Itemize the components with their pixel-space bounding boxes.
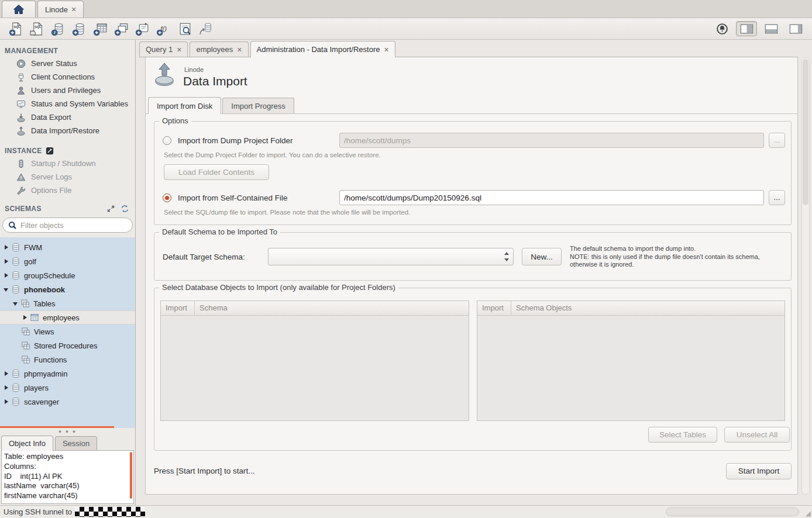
tab-import-from-disk[interactable]: Import from Disk bbox=[148, 97, 221, 114]
sidebar-item-server-logs[interactable]: Server Logs bbox=[0, 170, 135, 184]
search-table-data-button[interactable] bbox=[174, 20, 195, 37]
tab-import-progress[interactable]: Import Progress bbox=[222, 98, 294, 113]
import-file-radio[interactable] bbox=[163, 194, 171, 202]
target-schema-label: Default Target Schema: bbox=[163, 253, 268, 261]
target-schema-select[interactable] bbox=[268, 248, 514, 265]
expand-arrow-icon[interactable] bbox=[4, 272, 9, 278]
expand-arrow-icon[interactable] bbox=[4, 244, 9, 250]
tab-object-info[interactable]: Object Info bbox=[1, 436, 53, 451]
toggle-left-sidebar-button[interactable] bbox=[736, 21, 757, 36]
objects-legend: Select Database Objects to Import (only … bbox=[159, 283, 398, 292]
column-header-schema[interactable]: Schema bbox=[195, 303, 228, 312]
tree-item-players[interactable]: players bbox=[0, 381, 135, 395]
tree-item-views[interactable]: Views bbox=[0, 324, 135, 339]
object-info-line: ID int(11) AI PK bbox=[4, 472, 126, 482]
close-icon[interactable]: × bbox=[71, 5, 76, 13]
tables-group-icon bbox=[20, 299, 30, 308]
tab-session[interactable]: Session bbox=[55, 436, 97, 450]
column-header-import[interactable]: Import bbox=[477, 301, 511, 315]
tree-item-phpmyadmin[interactable]: phpmyadmin bbox=[0, 367, 135, 381]
instance-config-icon bbox=[46, 147, 54, 155]
unselect-all-button[interactable]: Unselect All bbox=[724, 427, 790, 443]
toggle-right-sidebar-button[interactable] bbox=[785, 21, 806, 36]
connection-tab[interactable]: Linode × bbox=[37, 1, 84, 18]
page-title: Data Import bbox=[183, 74, 247, 88]
create-table-button[interactable] bbox=[90, 20, 111, 37]
column-header-import[interactable]: Import bbox=[161, 301, 195, 315]
tree-item-fwm[interactable]: FWM bbox=[0, 240, 135, 254]
select-tables-button[interactable]: Select Tables bbox=[648, 427, 717, 443]
combo-spinner-icon[interactable] bbox=[504, 252, 509, 261]
sidebar-item-options-file[interactable]: Options File bbox=[0, 184, 135, 197]
refresh-schemas-icon[interactable] bbox=[121, 205, 129, 213]
sidebar-item-data-export[interactable]: Data Export bbox=[0, 110, 135, 124]
tree-item-scavenger[interactable]: scavenger bbox=[0, 395, 135, 409]
create-function-button[interactable]: f() bbox=[153, 20, 174, 37]
new-schema-button[interactable]: New... bbox=[522, 248, 562, 265]
open-sql-script-button[interactable]: SQL bbox=[27, 20, 48, 37]
scrollbar-thumb[interactable] bbox=[803, 59, 808, 205]
home-tab[interactable] bbox=[2, 1, 36, 18]
tree-item-groupschedule[interactable]: groupSchedule bbox=[0, 268, 135, 282]
dump-folder-input[interactable] bbox=[339, 133, 764, 148]
collapse-arrow-icon[interactable] bbox=[13, 301, 19, 306]
collapse-arrow-icon[interactable] bbox=[4, 286, 9, 292]
tree-item-functions[interactable]: Functions bbox=[0, 353, 135, 367]
notification-button[interactable] bbox=[711, 20, 732, 37]
tab-query-1[interactable]: Query 1 × bbox=[139, 42, 188, 57]
schema-table-body[interactable] bbox=[161, 316, 469, 420]
browse-folder-button[interactable]: ... bbox=[769, 133, 785, 148]
expand-arrow-icon[interactable] bbox=[4, 258, 9, 264]
toggle-bottom-panel-button[interactable] bbox=[761, 21, 782, 36]
tree-item-stored-procedures[interactable]: Stored Procedures bbox=[0, 339, 135, 353]
schema-objects-table-body[interactable] bbox=[477, 316, 785, 420]
expand-arrow-icon[interactable] bbox=[4, 385, 9, 391]
ssh-tunnel-status: Using SSH tunnel to bbox=[4, 507, 72, 516]
expand-arrow-icon[interactable] bbox=[4, 371, 9, 377]
tree-item-employees[interactable]: employees bbox=[0, 310, 135, 324]
expand-arrow-icon[interactable] bbox=[22, 315, 28, 320]
schema-filter-input[interactable] bbox=[20, 221, 127, 230]
load-folder-contents-button[interactable]: Load Folder Contents bbox=[164, 164, 269, 180]
object-info-line: firstName varchar(45) bbox=[4, 491, 126, 501]
expand-arrow-icon[interactable] bbox=[4, 399, 9, 405]
expand-schemas-icon[interactable] bbox=[106, 205, 115, 213]
reconnect-database-button[interactable] bbox=[195, 20, 216, 37]
vertical-scrollbar[interactable] bbox=[130, 452, 132, 499]
default-schema-groupbox: Default Schema to be Imported To Default… bbox=[154, 232, 792, 281]
page-scrollbar[interactable] bbox=[801, 57, 810, 495]
svg-text:SQL: SQL bbox=[34, 25, 41, 29]
browse-file-button[interactable]: ... bbox=[769, 190, 785, 205]
resize-grip[interactable]: ◢ bbox=[806, 510, 811, 517]
start-import-button[interactable]: Start Import bbox=[726, 463, 792, 479]
horizontal-scrollbar[interactable] bbox=[0, 426, 114, 428]
object-info-line: Columns: bbox=[4, 462, 126, 472]
dump-file-input[interactable] bbox=[339, 190, 764, 205]
close-icon[interactable]: × bbox=[237, 46, 242, 54]
options-legend: Options bbox=[159, 116, 191, 125]
inspect-database-button[interactable]: i bbox=[48, 20, 69, 37]
connection-name: Linode bbox=[184, 66, 204, 73]
sidebar-item-data-import[interactable]: Data Import/Restore bbox=[0, 124, 135, 137]
sidebar-item-server-status[interactable]: Server Status bbox=[0, 57, 135, 70]
new-query-tab-button[interactable]: SQL bbox=[6, 20, 27, 37]
tree-item-golf[interactable]: golf bbox=[0, 254, 135, 268]
import-folder-radio[interactable] bbox=[163, 136, 171, 145]
tab-administration-data-import[interactable]: Administration - Data Import/Restore × bbox=[250, 41, 395, 57]
connection-tab-label: Linode bbox=[45, 5, 68, 14]
close-icon[interactable]: × bbox=[384, 46, 388, 54]
panel-splitter-handle[interactable]: ● ● ● bbox=[0, 428, 135, 435]
tree-item-tables[interactable]: Tables bbox=[0, 296, 135, 310]
sidebar-item-startup-shutdown[interactable]: Startup / Shutdown bbox=[0, 157, 135, 170]
create-procedure-button[interactable] bbox=[132, 20, 153, 37]
create-schema-button[interactable] bbox=[69, 20, 90, 37]
sidebar-item-client-connections[interactable]: Client Connections bbox=[0, 70, 135, 84]
sidebar-item-users-privileges[interactable]: Users and Privileges bbox=[0, 84, 135, 97]
close-icon[interactable]: × bbox=[177, 46, 181, 54]
column-header-schema-objects[interactable]: Schema Objects bbox=[511, 303, 572, 312]
sidebar-item-status-variables[interactable]: Status and System Variables bbox=[0, 97, 135, 110]
tree-item-phonebook[interactable]: phonebook bbox=[0, 282, 135, 296]
create-view-button[interactable] bbox=[111, 20, 132, 37]
navigator-sidebar: MANAGEMENT Server Status Client Connecti… bbox=[0, 40, 136, 505]
tab-employees[interactable]: employees × bbox=[190, 42, 248, 57]
